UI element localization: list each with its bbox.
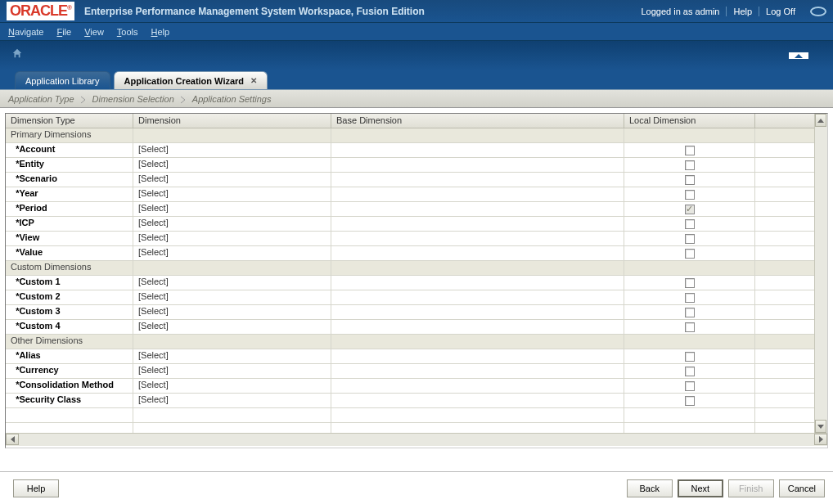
dimension-select-cell[interactable]: [Select]: [133, 246, 331, 260]
base-dimension-cell[interactable]: [331, 158, 624, 172]
checkbox-icon[interactable]: [685, 322, 695, 332]
base-dimension-cell[interactable]: [331, 187, 624, 201]
grid-body: Primary Dimensions *Account[Select] *Ent…: [6, 128, 827, 433]
base-dimension-cell[interactable]: [331, 276, 624, 290]
local-dimension-cell[interactable]: [624, 246, 755, 260]
base-dimension-cell[interactable]: [331, 379, 624, 393]
dimension-select-cell[interactable]: [Select]: [133, 290, 331, 304]
checkbox-icon[interactable]: [685, 190, 695, 200]
checkbox-icon[interactable]: [685, 175, 695, 185]
checkbox-icon[interactable]: [685, 367, 695, 376]
dimension-select-cell[interactable]: [Select]: [133, 143, 331, 157]
base-dimension-cell[interactable]: [331, 143, 624, 157]
cancel-button[interactable]: Cancel: [779, 479, 825, 497]
checkbox-icon[interactable]: [685, 278, 695, 288]
dimension-select-cell[interactable]: [Select]: [133, 232, 331, 245]
breadcrumb-step-2[interactable]: Dimension Selection: [89, 94, 178, 104]
local-dimension-cell[interactable]: [624, 379, 755, 393]
dimension-select-cell[interactable]: [Select]: [133, 305, 331, 319]
close-icon[interactable]: ✕: [250, 76, 257, 85]
local-dimension-cell[interactable]: [624, 143, 755, 157]
help-button[interactable]: Help: [13, 479, 59, 497]
logoff-link[interactable]: Log Off: [759, 7, 802, 16]
dimension-select-cell[interactable]: [Select]: [133, 364, 331, 378]
table-row: [6, 408, 827, 423]
dimension-select-cell[interactable]: [Select]: [133, 276, 331, 290]
scroll-right-icon[interactable]: [814, 434, 827, 445]
tab-application-creation-wizard[interactable]: Application Creation Wizard ✕: [114, 71, 268, 89]
table-row: *Alias[Select]: [6, 349, 827, 364]
home-icon[interactable]: [11, 47, 23, 59]
back-button[interactable]: Back: [627, 479, 673, 497]
base-dimension-cell[interactable]: [331, 394, 624, 407]
local-dimension-cell[interactable]: [624, 187, 755, 201]
checkbox-icon[interactable]: [685, 381, 695, 391]
next-button[interactable]: Next: [678, 479, 723, 497]
collapse-toggle-icon[interactable]: [789, 52, 808, 59]
local-dimension-cell[interactable]: [624, 320, 755, 334]
tab-application-library[interactable]: Application Library: [15, 71, 110, 89]
checkbox-icon[interactable]: [685, 249, 695, 259]
menu-view[interactable]: View: [84, 27, 104, 37]
col-header-local[interactable]: Local Dimension: [624, 114, 755, 128]
local-dimension-cell[interactable]: [624, 349, 755, 363]
base-dimension-cell[interactable]: [331, 173, 624, 187]
base-dimension-cell[interactable]: [331, 217, 624, 231]
base-dimension-cell[interactable]: [331, 320, 624, 334]
base-dimension-cell[interactable]: [331, 290, 624, 304]
checkbox-icon[interactable]: [685, 234, 695, 244]
breadcrumb-step-3[interactable]: Application Settings: [189, 94, 275, 104]
checkbox-icon[interactable]: [685, 352, 695, 362]
local-dimension-cell[interactable]: [624, 305, 755, 319]
local-dimension-cell[interactable]: [624, 173, 755, 187]
menu-help[interactable]: Help: [151, 27, 170, 37]
dimension-select-cell[interactable]: [Select]: [133, 217, 331, 231]
checkbox-icon[interactable]: [685, 396, 695, 406]
local-dimension-cell[interactable]: [624, 276, 755, 290]
checkbox-icon[interactable]: [685, 219, 695, 229]
base-dimension-cell[interactable]: [331, 305, 624, 319]
local-dimension-cell[interactable]: [624, 364, 755, 378]
help-link[interactable]: Help: [726, 7, 759, 16]
col-header-type[interactable]: Dimension Type: [6, 114, 133, 128]
menu-navigate[interactable]: Navigate: [8, 27, 43, 37]
checkbox-icon[interactable]: [685, 293, 695, 303]
local-dimension-cell[interactable]: [624, 394, 755, 407]
checkbox-icon[interactable]: [685, 205, 695, 214]
vertical-scrollbar[interactable]: [814, 114, 827, 433]
checkbox-icon[interactable]: [685, 160, 695, 170]
dimension-select-cell[interactable]: [Select]: [133, 349, 331, 363]
local-dimension-cell[interactable]: [624, 158, 755, 172]
col-header-base[interactable]: Base Dimension: [331, 114, 624, 128]
scroll-down-icon[interactable]: [815, 420, 826, 433]
col-header-dimension[interactable]: Dimension: [133, 114, 331, 128]
dimension-select-cell[interactable]: [Select]: [133, 394, 331, 407]
dimension-select-cell[interactable]: [Select]: [133, 158, 331, 172]
menu-file[interactable]: File: [56, 27, 71, 37]
scroll-left-icon[interactable]: [6, 434, 19, 445]
dimension-select-cell[interactable]: [Select]: [133, 173, 331, 187]
horizontal-scrollbar[interactable]: [6, 433, 827, 446]
base-dimension-cell[interactable]: [331, 364, 624, 378]
table-row: *Custom 2[Select]: [6, 290, 827, 305]
scroll-up-icon[interactable]: [815, 114, 826, 127]
local-dimension-cell[interactable]: [624, 290, 755, 304]
checkbox-icon[interactable]: [685, 146, 695, 155]
base-dimension-cell[interactable]: [331, 202, 624, 216]
dimension-type-cell: *View: [6, 232, 133, 245]
checkbox-icon[interactable]: [685, 308, 695, 317]
dimension-select-cell[interactable]: [Select]: [133, 379, 331, 393]
base-dimension-cell[interactable]: [331, 232, 624, 245]
dimension-select-cell[interactable]: [Select]: [133, 320, 331, 334]
local-dimension-cell[interactable]: [624, 232, 755, 245]
breadcrumb-step-1[interactable]: Application Type: [5, 94, 78, 104]
base-dimension-cell[interactable]: [331, 349, 624, 363]
section-row: Custom Dimensions: [6, 261, 827, 276]
dimension-select-cell[interactable]: [Select]: [133, 187, 331, 201]
base-dimension-cell[interactable]: [331, 246, 624, 260]
local-dimension-cell[interactable]: [624, 217, 755, 231]
local-dimension-cell[interactable]: [624, 202, 755, 216]
top-banner: ORACLE® Enterprise Performance Managemen…: [0, 0, 833, 23]
menu-tools[interactable]: Tools: [117, 27, 138, 37]
dimension-select-cell[interactable]: [Select]: [133, 202, 331, 216]
